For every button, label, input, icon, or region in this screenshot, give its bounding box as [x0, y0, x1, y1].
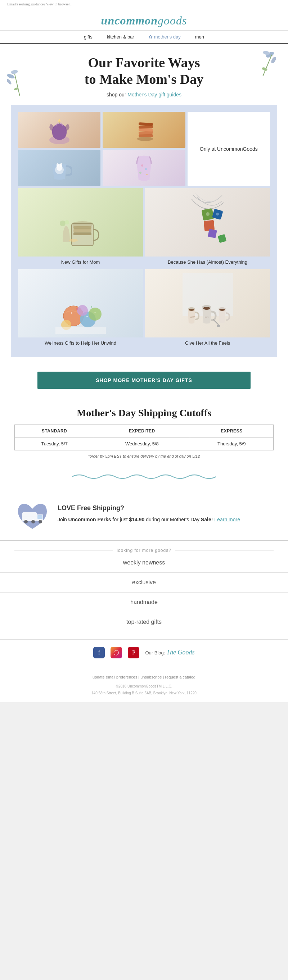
more-title: looking for more goods? [0, 548, 288, 553]
svg-point-9 [7, 73, 15, 80]
product-caption-bath[interactable]: Wellness Gifts to Help Her Unwind [18, 337, 143, 348]
logo[interactable]: uncommongoods [0, 14, 288, 27]
gift-guides-link[interactable]: Mother's Day gift guides [127, 92, 181, 97]
product-block-necklace: Because She Has (Almost) Everything [145, 188, 270, 267]
svg-rect-21 [138, 123, 153, 126]
instagram-icon[interactable]: ◯ [110, 647, 122, 659]
social-icons-group: f ◯ P Our Blog: The Goods [7, 647, 281, 659]
nav-gifts[interactable]: gifts [84, 34, 92, 40]
shipping-section: Mother's Day Shipping Cutoffs STANDARD E… [0, 400, 288, 466]
shop-more-button[interactable]: SHOP MORE MOTHER'S DAY GIFTS [37, 372, 251, 389]
svg-rect-19 [138, 128, 153, 131]
svg-point-61 [189, 309, 194, 311]
quad-images [18, 112, 185, 186]
svg-point-38 [65, 220, 69, 224]
shop-button-section: SHOP MORE MOTHER'S DAY GIFTS [0, 364, 288, 400]
svg-point-2 [270, 56, 277, 64]
product-section: Only at UncommonGoods [11, 105, 277, 357]
svg-rect-35 [73, 232, 91, 235]
more-link-handmade[interactable]: handmade [0, 593, 288, 612]
product-row-bottom: Wellness Gifts to Help Her Unwind [18, 269, 270, 348]
svg-point-39 [69, 239, 78, 242]
svg-point-53 [71, 312, 72, 314]
svg-point-44 [216, 213, 219, 215]
blog-link[interactable]: Our Blog: The Goods [145, 649, 194, 656]
svg-point-27 [141, 164, 143, 167]
product-img-coasters[interactable] [103, 112, 185, 148]
svg-point-50 [89, 308, 102, 321]
svg-point-43 [206, 212, 210, 216]
shipping-table: STANDARD EXPEDITED EXPRESS Tuesday, 5/7 … [14, 425, 274, 450]
nav-kitchen-bar[interactable]: kitchen & bar [107, 34, 134, 40]
floral-decoration-right [248, 48, 277, 87]
product-img-mugs[interactable]: mom love [145, 269, 270, 337]
perks-body: Join Uncommon Perks for just $14.90 duri… [57, 515, 240, 523]
shipping-date-express: Thursday, 5/9 [190, 437, 273, 450]
more-link-exclusive[interactable]: exclusive [0, 573, 288, 593]
svg-point-55 [94, 312, 95, 313]
product-img-candle[interactable] [18, 112, 100, 148]
product-caption-mugs[interactable]: Give Her All the Feels [145, 337, 270, 348]
pinterest-icon[interactable]: P [128, 647, 139, 659]
product-caption-new-gifts[interactable]: New Gifts for Mom [18, 256, 143, 267]
svg-rect-42 [204, 220, 214, 231]
footer-unsubscribe-link[interactable]: unsubscribe [140, 675, 162, 679]
product-row-middle: New Gifts for Mom [18, 188, 270, 267]
svg-point-69 [217, 325, 220, 327]
more-section: looking for more goods? weekly newness e… [0, 540, 288, 639]
nav: gifts kitchen & bar mother's day men [0, 30, 288, 44]
shipping-col-standard: STANDARD [15, 425, 94, 437]
svg-point-51 [77, 305, 88, 316]
product-caption-necklace[interactable]: Because She Has (Almost) Everything [145, 256, 270, 267]
hero-subtitle: shop our Mother's Day gift guides [14, 92, 274, 97]
svg-rect-34 [73, 229, 91, 232]
hero-heading: Our Favorite Ways to Make Mom's Day [14, 55, 274, 88]
product-block-mugs: mom love Give Her All the Feels [145, 269, 270, 348]
perks-text: LOVE Free Shipping? Join Uncommon Perks … [57, 503, 240, 523]
svg-text:mom: mom [190, 315, 195, 318]
facebook-icon[interactable]: f [93, 647, 105, 659]
footer-address: 140 58th Street, Building B Suite 5AB, B… [0, 690, 288, 702]
top-bar: Email's seeking guidance? View in browse… [0, 0, 288, 8]
shipping-date-expedited: Wednesday, 5/8 [94, 437, 190, 450]
svg-point-74 [31, 520, 35, 523]
svg-line-68 [213, 320, 218, 325]
footer-catalog-link[interactable]: request a catalog [165, 675, 196, 679]
svg-point-25 [60, 163, 62, 167]
perks-section: LOVE Free Shipping? Join Uncommon Perks … [0, 490, 288, 540]
svg-point-56 [76, 308, 78, 310]
perks-learn-more-link[interactable]: Learn more [214, 517, 240, 522]
svg-point-15 [58, 119, 60, 123]
perks-title: LOVE Free Shipping? [57, 503, 240, 513]
footer-email-prefs-link[interactable]: update email preferences [92, 675, 137, 679]
svg-point-37 [60, 221, 65, 226]
product-img-teapot[interactable] [18, 188, 143, 256]
product-img-bath[interactable] [18, 269, 143, 337]
svg-rect-45 [208, 229, 217, 238]
more-links-list: weekly newness exclusive handmade top-ra… [0, 553, 288, 632]
heart-truck-icon [14, 497, 50, 530]
logo-text: uncommon [101, 14, 158, 27]
hero-section: Our Favorite Ways to Make Mom's Day shop… [0, 44, 288, 105]
product-block-new-gifts: New Gifts for Mom [18, 188, 143, 267]
svg-rect-58 [56, 327, 106, 334]
nav-men[interactable]: men [195, 34, 204, 40]
wave-divider [0, 466, 288, 490]
svg-rect-72 [37, 515, 43, 519]
top-quad-grid: Only at UncommonGoods [18, 112, 270, 186]
nav-mothers-day[interactable]: mother's day [149, 34, 181, 40]
product-img-dress[interactable] [103, 150, 185, 186]
email-wrapper: Email's seeking guidance? View in browse… [0, 0, 288, 702]
footer-copyright: ©2018 UncommonGoodsTM L.L.C. [0, 683, 288, 690]
product-img-mug[interactable] [18, 150, 100, 186]
product-img-necklace[interactable] [145, 188, 270, 256]
svg-line-7 [14, 73, 20, 96]
svg-line-3 [263, 55, 272, 76]
svg-point-16 [137, 137, 153, 141]
more-link-top-rated[interactable]: top-rated gifts [0, 612, 288, 632]
more-link-weekly[interactable]: weekly newness [0, 553, 288, 573]
svg-point-24 [57, 163, 59, 167]
product-block-bath: Wellness Gifts to Help Her Unwind [18, 269, 143, 348]
shipping-date-standard: Tuesday, 5/7 [15, 437, 94, 450]
shipping-title: Mother's Day Shipping Cutoffs [14, 407, 274, 419]
